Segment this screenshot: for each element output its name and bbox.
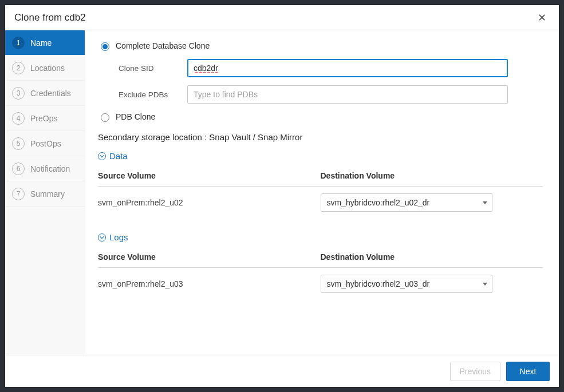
caret-down-icon <box>483 201 487 204</box>
step-notification[interactable]: 6 Notification <box>5 156 85 181</box>
col-header-destination: Destination Volume <box>321 171 543 180</box>
step-number: 7 <box>12 188 25 200</box>
source-volume-value: svm_onPrem:rhel2_u03 <box>98 279 321 288</box>
col-header-destination: Destination Volume <box>321 252 543 262</box>
exclude-pdbs-label: Exclude PDBs <box>119 90 176 99</box>
clone-sid-label: Clone SID <box>119 64 176 73</box>
dialog-title: Clone from cdb2 <box>14 12 86 23</box>
radio-pdb-clone[interactable]: PDB Clone <box>98 112 543 122</box>
destination-volume-value: svm_hybridcvo:rhel2_u03_dr <box>327 279 430 288</box>
field-clone-sid: Clone SID <box>119 59 543 77</box>
radio-pdb-label: PDB Clone <box>116 112 155 121</box>
step-label: Notification <box>30 164 70 173</box>
field-exclude-pdbs: Exclude PDBs <box>119 85 543 104</box>
logs-volume-table: Source Volume Destination Volume svm_onP… <box>98 247 543 298</box>
step-number: 2 <box>12 62 25 74</box>
data-volume-table: Source Volume Destination Volume svm_onP… <box>98 165 543 216</box>
wizard-steps: 1 Name 2 Locations 3 Credentials 4 PreOp… <box>5 30 85 355</box>
step-number: 5 <box>12 137 25 150</box>
col-header-source: Source Volume <box>98 252 321 262</box>
section-toggle-logs[interactable]: Logs <box>98 232 543 242</box>
clone-dialog: Clone from cdb2 ✕ 1 Name 2 Locations 3 C… <box>5 5 559 387</box>
step-summary[interactable]: 7 Summary <box>5 181 85 207</box>
step-credentials[interactable]: 3 Credentials <box>5 81 85 106</box>
step-number: 3 <box>12 87 25 100</box>
step-number: 1 <box>12 37 25 49</box>
dialog-body: 1 Name 2 Locations 3 Credentials 4 PreOp… <box>5 30 559 355</box>
destination-volume-value: svm_hybridcvo:rhel2_u02_dr <box>327 198 430 207</box>
chevron-down-icon <box>98 233 106 241</box>
step-label: PreOps <box>30 114 57 123</box>
clone-sid-input[interactable] <box>187 59 508 77</box>
chevron-down-icon <box>98 152 106 160</box>
step-label: Credentials <box>30 89 71 98</box>
col-header-source: Source Volume <box>98 171 321 180</box>
step-postops[interactable]: 5 PostOps <box>5 131 85 156</box>
step-number: 4 <box>12 112 25 125</box>
source-volume-value: svm_onPrem:rhel2_u02 <box>98 198 321 207</box>
step-preops[interactable]: 4 PreOps <box>5 106 85 131</box>
table-row: svm_onPrem:rhel2_u02 svm_hybridcvo:rhel2… <box>98 187 543 216</box>
radio-complete-clone[interactable]: Complete Database Clone <box>98 41 543 51</box>
section-logs-title: Logs <box>109 232 128 242</box>
step-label: Summary <box>30 189 65 199</box>
dialog-footer: Previous Next <box>5 355 559 387</box>
previous-button: Previous <box>450 362 500 381</box>
next-button[interactable]: Next <box>506 362 550 381</box>
step-label: Name <box>30 38 52 47</box>
step-locations[interactable]: 2 Locations <box>5 56 85 81</box>
destination-volume-select[interactable]: svm_hybridcvo:rhel2_u03_dr <box>321 275 492 293</box>
destination-volume-select[interactable]: svm_hybridcvo:rhel2_u02_dr <box>321 193 492 212</box>
radio-complete-input[interactable] <box>101 42 109 51</box>
section-toggle-data[interactable]: Data <box>98 151 543 161</box>
radio-complete-label: Complete Database Clone <box>116 41 210 50</box>
radio-pdb-input[interactable] <box>101 113 109 122</box>
step-content: Complete Database Clone Clone SID Exclud… <box>85 30 559 355</box>
step-name[interactable]: 1 Name <box>5 30 85 56</box>
table-row: svm_onPrem:rhel2_u03 svm_hybridcvo:rhel2… <box>98 268 543 298</box>
section-data-title: Data <box>109 151 128 161</box>
step-label: Locations <box>30 64 65 73</box>
exclude-pdbs-input[interactable] <box>187 85 508 104</box>
step-number: 6 <box>12 163 25 175</box>
close-icon[interactable]: ✕ <box>534 11 550 24</box>
dialog-header: Clone from cdb2 ✕ <box>5 5 559 30</box>
secondary-storage-title: Secondary storage location : Snap Vault … <box>98 132 543 142</box>
caret-down-icon <box>483 283 487 286</box>
step-label: PostOps <box>30 139 61 148</box>
